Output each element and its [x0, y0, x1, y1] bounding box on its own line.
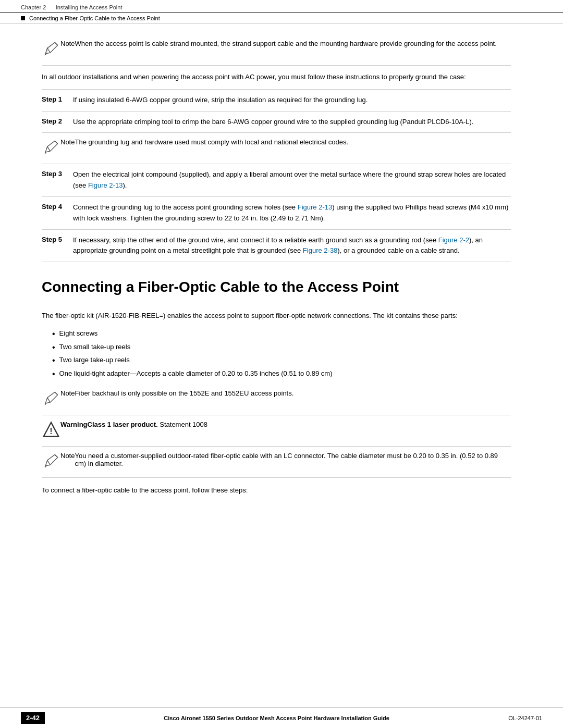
list-item: Two small take-up reels	[52, 342, 511, 353]
note-content-2: Fiber backhaul is only possible on the 1…	[75, 389, 293, 397]
header-section: Chapter 2 Installing the Access Point	[21, 4, 122, 10]
svg-text:!: !	[50, 426, 52, 436]
step-2-content: Use the appropriate crimping tool to cri…	[73, 117, 511, 128]
note-label-3: Note	[60, 452, 75, 460]
breadcrumb-text: Connecting a Fiber-Optic Cable to the Ac…	[29, 15, 160, 21]
header-chapter-label: Installing the Access Point	[56, 4, 123, 10]
section-heading: Connecting a Fiber-Optic Cable to the Ac…	[42, 278, 511, 297]
warning-icon-col: !	[42, 421, 60, 441]
footer-center-text: Cisco Aironet 1550 Series Outdoor Mesh A…	[164, 715, 389, 721]
figure-2-38-link[interactable]: Figure 2-38	[303, 246, 337, 254]
breadcrumb-icon	[21, 16, 25, 20]
step-4-block: Step 4 Connect the grounding lug to the …	[42, 197, 511, 230]
warning-block: ! Warning Class 1 laser product. Stateme…	[42, 415, 511, 447]
note-content-1: When the access point is cable strand mo…	[75, 40, 496, 47]
intro-paragraph: In all outdoor installations and when po…	[42, 66, 511, 90]
step-5-block: Step 5 If necessary, strip the other end…	[42, 230, 511, 263]
footer-right-text: OL-24247-01	[508, 715, 542, 721]
note-block-inline: Note The grounding lug and hardware used…	[42, 133, 511, 164]
note-icon-2	[42, 389, 60, 408]
note-icon-col-3	[42, 452, 60, 472]
note-block-1: Note When the access point is cable stra…	[42, 34, 511, 66]
step-3-block: Step 3 Open the electrical joint compoun…	[42, 164, 511, 197]
breadcrumb: Connecting a Fiber-Optic Cable to the Ac…	[0, 13, 563, 24]
note-label-inline: Note	[60, 138, 75, 146]
step-1-block: Step 1 If using insulated 6-AWG copper g…	[42, 90, 511, 112]
step-3-content: Open the electrical joint compound (supp…	[73, 169, 511, 191]
warning-bold-text: Class 1 laser product.	[88, 421, 158, 428]
list-item: Two large take-up reels	[52, 355, 511, 366]
note-block-3: Note You need a customer-supplied outdoo…	[42, 447, 511, 478]
step-4-content: Connect the grounding lug to the access …	[73, 202, 511, 224]
step-3-label: Step 3	[42, 169, 73, 178]
list-item: Eight screws	[52, 328, 511, 340]
warning-triangle-icon: !	[42, 421, 60, 439]
note-icon-col-2	[42, 389, 60, 410]
header-chapter: Chapter 2	[21, 4, 46, 10]
note-label-2: Note	[60, 389, 75, 397]
section-intro: The fiber-optic kit (AIR-1520-FIB-REEL=)…	[42, 305, 511, 325]
step-1-label: Step 1	[42, 95, 73, 103]
step-5-label: Step 5	[42, 235, 73, 243]
warning-text: Statement 1008	[158, 421, 207, 428]
figure-2-13-link-1[interactable]: Figure 2-13	[88, 181, 123, 189]
note-block-2: Note Fiber backhaul is only possible on …	[42, 384, 511, 415]
note-label-1: Note	[60, 40, 75, 47]
step-1-content: If using insulated 6-AWG copper ground w…	[73, 95, 511, 106]
step-2-label: Step 2	[42, 117, 73, 125]
note-icon-col-inline	[42, 138, 60, 158]
step-2-block: Step 2 Use the appropriate crimping tool…	[42, 112, 511, 133]
note-content-3: You need a customer-supplied outdoor-rat…	[75, 452, 511, 467]
note-icon-3	[42, 452, 60, 471]
figure-2-13-link-2[interactable]: Figure 2-13	[298, 203, 332, 211]
list-item: One liquid-tight adapter—Accepts a cable…	[52, 368, 511, 380]
main-content: Note When the access point is cable stra…	[0, 24, 563, 514]
warning-label: Warning	[60, 421, 88, 428]
figure-2-2-link[interactable]: Figure 2-2	[438, 236, 469, 244]
page-number: 2-42	[21, 712, 45, 724]
note-icon-col-1	[42, 40, 60, 60]
step-5-content: If necessary, strip the other end of the…	[73, 235, 511, 257]
closing-paragraph: To connect a fiber-optic cable to the ac…	[42, 478, 511, 503]
note-icon-1	[42, 40, 60, 58]
note-icon-inline	[42, 138, 60, 157]
bullet-list: Eight screws Two small take-up reels Two…	[52, 328, 511, 380]
warning-content: Class 1 laser product. Statement 1008	[88, 421, 208, 428]
step-4-label: Step 4	[42, 202, 73, 211]
page-header: Chapter 2 Installing the Access Point	[0, 0, 563, 13]
note-content-inline: The grounding lug and hardware used must…	[75, 138, 348, 146]
page-footer: 2-42 Cisco Aironet 1550 Series Outdoor M…	[0, 707, 563, 728]
